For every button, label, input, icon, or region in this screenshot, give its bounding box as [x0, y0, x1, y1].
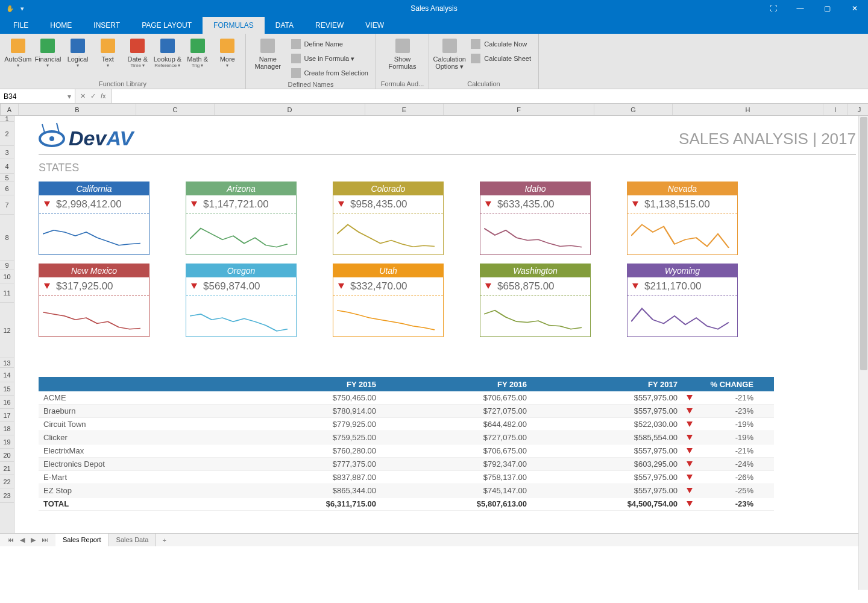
- qat-hand-icon[interactable]: ✋: [6, 5, 14, 13]
- section-label: STATES: [39, 162, 79, 174]
- row-header-15[interactable]: 15: [0, 382, 14, 396]
- row-header-20[interactable]: 20: [0, 449, 14, 462]
- close-button[interactable]: ✕: [841, 0, 868, 17]
- col-header-B[interactable]: B: [19, 104, 136, 115]
- row-header-10[interactable]: 10: [0, 270, 14, 283]
- func-logical-button[interactable]: Logical▾: [63, 36, 92, 68]
- col-header-E[interactable]: E: [365, 104, 444, 115]
- col-header-I[interactable]: I: [823, 104, 848, 115]
- sheet-tab-sales-report[interactable]: Sales Report: [55, 534, 109, 546]
- func-financial-button[interactable]: Financial▾: [34, 36, 63, 68]
- defnames-createfromselection-button[interactable]: Create from Selection: [288, 66, 372, 80]
- ribbon-tab-page-layout[interactable]: PAGE LAYOUT: [131, 17, 203, 34]
- row-header-21[interactable]: 21: [0, 462, 14, 475]
- ribbon-tab-formulas[interactable]: FORMULAS: [203, 17, 265, 34]
- row-header-16[interactable]: 16: [0, 396, 14, 409]
- arrow-down-icon: [191, 283, 197, 289]
- calc-options-button[interactable]: Calculation Options ▾: [433, 36, 466, 70]
- prev-sheet-icon[interactable]: ◀: [20, 536, 25, 544]
- first-sheet-icon[interactable]: ⏮: [7, 536, 14, 544]
- col-header-G[interactable]: G: [594, 104, 673, 115]
- col-header-C[interactable]: C: [136, 104, 215, 115]
- formula-input[interactable]: [111, 89, 868, 103]
- row-header-1[interactable]: 1: [0, 116, 14, 122]
- maximize-button[interactable]: ▢: [814, 0, 841, 17]
- row-headers: 1234567891011121314151617181920212223: [0, 116, 14, 533]
- row-header-22[interactable]: 22: [0, 475, 14, 488]
- row-header-4[interactable]: 4: [0, 159, 14, 174]
- sparkline: [186, 213, 296, 254]
- group-label-calculation: Calculation: [433, 79, 535, 87]
- card-value: $958,435.00: [350, 198, 407, 210]
- defnames-definename-button[interactable]: Define Name: [288, 37, 372, 51]
- arrow-down-icon: [632, 283, 638, 289]
- minimize-button[interactable]: —: [787, 0, 814, 17]
- table-row: ACME $750,465.00 $706,675.00 $557,975.00…: [39, 391, 774, 405]
- row-header-14[interactable]: 14: [0, 368, 14, 382]
- last-sheet-icon[interactable]: ⏭: [42, 536, 48, 544]
- fx-icon[interactable]: fx: [101, 92, 106, 100]
- func-autosum-button[interactable]: AutoSum▾: [4, 36, 33, 68]
- sparkline: [333, 295, 443, 336]
- func-lookup-button[interactable]: Lookup &Reference ▾: [153, 36, 182, 68]
- card-value: $569,874.00: [203, 280, 260, 292]
- row-header-19[interactable]: 19: [0, 435, 14, 449]
- col-header-J[interactable]: J: [848, 104, 868, 115]
- report-title: SALES ANALYSIS | 2017: [679, 130, 856, 148]
- row-header-9[interactable]: 9: [0, 260, 14, 270]
- row-header-23[interactable]: 23: [0, 488, 14, 503]
- ribbon-tab-view[interactable]: VIEW: [354, 17, 395, 34]
- sheet-area: 1234567891011121314151617181920212223 De…: [0, 116, 868, 533]
- calc-calculatesheet-button[interactable]: Calculate Sheet: [467, 52, 535, 65]
- arrow-down-icon: [687, 488, 693, 493]
- table-row: Clicker $759,525.00 $727,075.00 $585,554…: [39, 431, 774, 444]
- row-header-13[interactable]: 13: [0, 358, 14, 368]
- ribbon: AutoSum▾Financial▾Logical▾Text▾Date &Tim…: [0, 34, 868, 89]
- vertical-scrollbar[interactable]: [858, 116, 868, 590]
- arrow-down-icon: [687, 461, 693, 467]
- func-text-button[interactable]: Text▾: [93, 36, 122, 68]
- row-header-3[interactable]: 3: [0, 146, 14, 159]
- calc-calculatenow-button[interactable]: Calculate Now: [467, 37, 535, 51]
- defnames-useinformula-button[interactable]: Use in Formula ▾: [288, 52, 372, 65]
- arrow-down-icon: [338, 201, 344, 207]
- name-box[interactable]: B34▾: [0, 89, 75, 103]
- fullscreen-button[interactable]: ⛶: [760, 0, 787, 17]
- cancel-fx-icon[interactable]: ✕: [80, 92, 86, 100]
- col-header-H[interactable]: H: [673, 104, 823, 115]
- col-header-D[interactable]: D: [215, 104, 365, 115]
- sheet-tab-sales-data[interactable]: Sales Data: [109, 534, 157, 546]
- sheet-content[interactable]: DevAV SALES ANALYSIS | 2017 STATES Calif…: [14, 116, 868, 533]
- col-header-F[interactable]: F: [444, 104, 594, 115]
- row-header-17[interactable]: 17: [0, 409, 14, 422]
- row-header-12[interactable]: 12: [0, 303, 14, 358]
- qat-dropdown-icon[interactable]: ▾: [20, 5, 24, 13]
- func-more-button[interactable]: More▾: [213, 36, 242, 68]
- name-manager-button[interactable]: Name Manager: [250, 36, 286, 70]
- func-date-button[interactable]: Date &Time ▾: [124, 36, 153, 68]
- next-sheet-icon[interactable]: ▶: [31, 536, 36, 544]
- row-header-8[interactable]: 8: [0, 215, 14, 260]
- ribbon-tab-data[interactable]: DATA: [265, 17, 304, 34]
- group-label-defined-names: Defined Names: [250, 80, 372, 88]
- row-header-11[interactable]: 11: [0, 283, 14, 303]
- ribbon-tab-review[interactable]: REVIEW: [304, 17, 354, 34]
- row-header-18[interactable]: 18: [0, 422, 14, 435]
- row-header-7[interactable]: 7: [0, 195, 14, 215]
- row-header-2[interactable]: 2: [0, 122, 14, 146]
- func-math-button[interactable]: Math &Trig ▾: [183, 36, 212, 68]
- row-header-6[interactable]: 6: [0, 182, 14, 195]
- table-header-row: FY 2015 FY 2016 FY 2017 % CHANGE: [39, 377, 774, 391]
- row-header-5[interactable]: 5: [0, 174, 14, 182]
- ribbon-tab-home[interactable]: HOME: [39, 17, 83, 34]
- accept-fx-icon[interactable]: ✓: [90, 92, 96, 100]
- state-card-nevada: Nevada $1,138,515.00: [627, 182, 738, 255]
- arrow-down-icon: [44, 283, 50, 289]
- show-formulas-button[interactable]: Show Formulas: [380, 36, 425, 70]
- state-card-utah: Utah $332,470.00: [333, 264, 444, 337]
- card-title: Wyoming: [627, 264, 737, 277]
- ribbon-tab-insert[interactable]: INSERT: [83, 17, 131, 34]
- col-header-A[interactable]: A: [1, 104, 19, 115]
- ribbon-tab-file[interactable]: FILE: [2, 17, 39, 34]
- add-sheet-button[interactable]: +: [156, 537, 172, 544]
